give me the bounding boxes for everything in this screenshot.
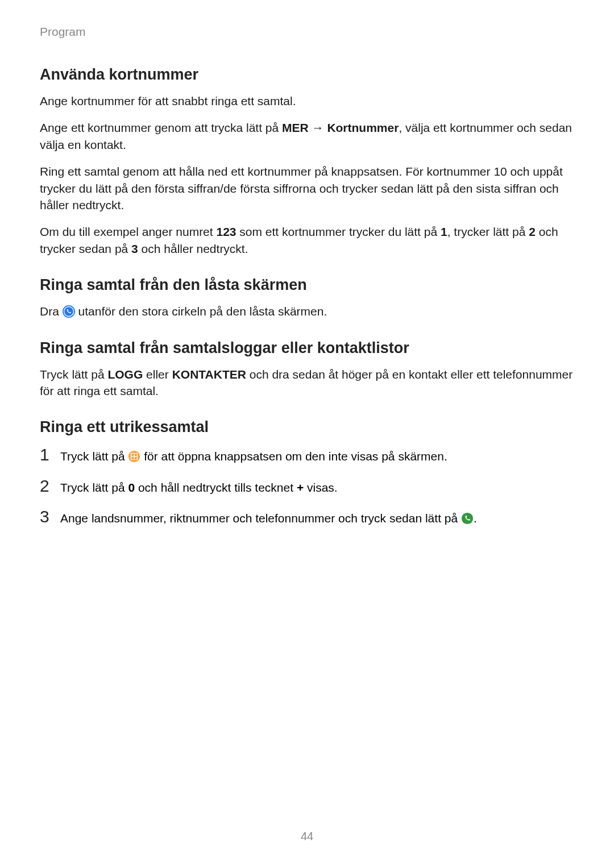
- section-title-speed-dial: Använda kortnummer: [40, 66, 574, 84]
- text: Ange ett kortnummer genom att trycka lät…: [40, 121, 282, 134]
- number-3: 3: [131, 242, 138, 255]
- key-0: 0: [128, 481, 135, 494]
- page-header: Program: [40, 25, 574, 39]
- text: Om du till exempel anger numret: [40, 225, 216, 238]
- text: Ange landsnummer, riktnummer och telefon…: [60, 512, 461, 525]
- ui-label-logg: LOGG: [107, 368, 143, 381]
- svg-point-6: [462, 513, 473, 524]
- text: Tryck lätt på: [60, 450, 128, 463]
- ui-label-kortnummer: Kortnummer: [327, 121, 399, 134]
- section-title-lock-screen: Ringa samtal från den låsta skärmen: [40, 276, 574, 294]
- text: visas.: [304, 481, 338, 494]
- step-number: 2: [40, 477, 60, 495]
- text: eller: [143, 368, 172, 381]
- section-title-call-log: Ringa samtal från samtalsloggar eller ko…: [40, 339, 574, 357]
- text: och håller nedtryckt.: [138, 242, 248, 255]
- text: .: [474, 512, 477, 525]
- number-2: 2: [529, 225, 536, 238]
- text: som ett kortnummer trycker du lätt på: [237, 225, 441, 238]
- step-2: 2 Tryck lätt på 0 och håll nedtryckt til…: [40, 477, 574, 496]
- phone-circle-icon: [63, 305, 75, 318]
- paragraph: Om du till exempel anger numret 123 som …: [40, 223, 574, 257]
- page-number: 44: [0, 830, 614, 843]
- ui-label-mer: MER: [282, 121, 309, 134]
- text: och håll nedtryckt tills tecknet: [135, 481, 297, 494]
- text: Tryck lätt på: [40, 368, 107, 381]
- step-number: 3: [40, 508, 60, 525]
- text: utanför den stora cirkeln på den låsta s…: [75, 305, 327, 318]
- call-icon: [461, 512, 474, 525]
- number-1: 1: [441, 225, 447, 238]
- keypad-icon: [128, 450, 140, 463]
- key-plus: +: [297, 481, 304, 494]
- text: för att öppna knappsatsen om den inte vi…: [140, 450, 447, 463]
- ui-label-kontakter: KONTAKTER: [172, 368, 246, 381]
- text: Tryck lätt på: [60, 481, 128, 494]
- section-title-international: Ringa ett utrikessamtal: [40, 418, 574, 436]
- text: Dra: [40, 305, 63, 318]
- paragraph: Ange kortnummer för att snabbt ringa ett…: [40, 93, 574, 109]
- text: , trycker lätt på: [447, 225, 529, 238]
- paragraph: Ange ett kortnummer genom att trycka lät…: [40, 119, 574, 153]
- step-number: 1: [40, 446, 60, 463]
- arrow: →: [309, 121, 327, 134]
- svg-point-1: [64, 307, 73, 316]
- paragraph: Dra utanför den stora cirkeln på den lås…: [40, 303, 574, 319]
- step-1: 1 Tryck lätt på för att öppna knappsatse…: [40, 446, 574, 464]
- step-3: 3 Ange landsnummer, riktnummer och telef…: [40, 508, 574, 526]
- paragraph: Ring ett samtal genom att hålla ned ett …: [40, 163, 574, 213]
- paragraph: Tryck lätt på LOGG eller KONTAKTER och d…: [40, 366, 574, 400]
- number-123: 123: [216, 225, 236, 238]
